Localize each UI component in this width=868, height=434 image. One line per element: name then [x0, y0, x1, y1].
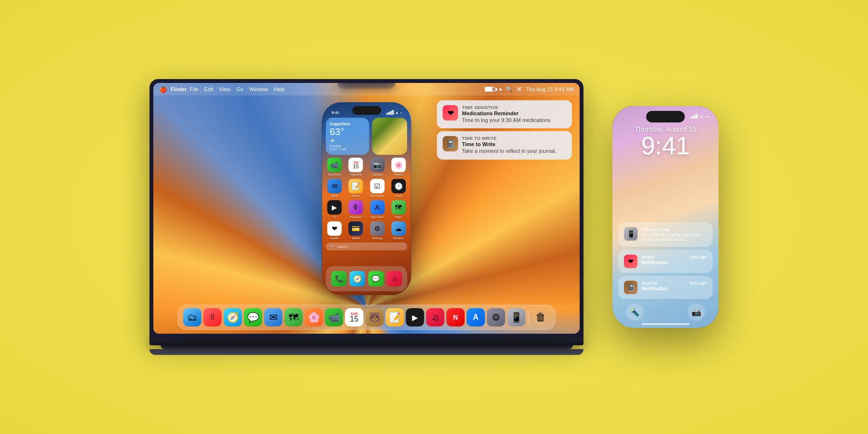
app-clock[interactable]: 🕐 Clock — [390, 179, 407, 197]
app-facetime[interactable]: 📹 FaceTime — [326, 158, 343, 176]
appstore-label: App Store — [371, 216, 384, 218]
app-maps[interactable]: 🗺 Maps — [390, 200, 407, 218]
iphone-home-screen: Cupertino 63° ☀ Sunday H:82° L:56° — [326, 118, 407, 266]
dock-safari[interactable]: 🧭 — [224, 308, 242, 326]
app-health[interactable]: ❤ Health — [326, 221, 343, 240]
appstore-icon: A — [370, 200, 384, 215]
journal-notif-body: Take a moment to reflect in your journal… — [462, 148, 566, 154]
iphone-standalone: ▲ ▪▪▪ Thursday, August 15 9:41 📱 — [612, 106, 719, 328]
journal-notif-icon: 📓 — [443, 136, 458, 151]
app-calendar[interactable]: THU 15 Calendar — [347, 158, 365, 176]
app-camera[interactable]: 📷 Camera — [368, 158, 386, 176]
ls-notif-journal[interactable]: 📓 Journal 41m ago Notification — [618, 276, 713, 299]
dock-messages[interactable]: 💬 — [244, 308, 262, 326]
messages-dock-icon: 💬 — [368, 271, 383, 286]
mail-icon: ✉ — [327, 179, 342, 193]
dock-trash[interactable]: 🗑 — [532, 308, 550, 326]
app-wallet[interactable]: 💳 Wallet — [347, 221, 365, 240]
app-settings[interactable]: ⚙ Settings — [368, 221, 386, 240]
ls-health-title: Notification — [641, 260, 707, 265]
camera-quick-icon[interactable]: 📷 — [688, 303, 705, 321]
app-photos[interactable]: 🌸 Photos — [390, 158, 407, 176]
ls-journal-content: Journal 41m ago Notification — [641, 281, 707, 291]
reminders-icon: ☑ — [370, 179, 384, 193]
dock-news[interactable]: N — [447, 308, 465, 326]
home-indicator — [641, 323, 690, 325]
menu-help[interactable]: Help — [274, 86, 285, 92]
dock-systemprefs[interactable]: ⚙ — [487, 308, 505, 326]
ls-iphone-use-app: iPhone in Use — [641, 227, 707, 232]
dock-music[interactable]: ♫ — [386, 271, 402, 286]
dock-appletv[interactable]: ▶ — [406, 308, 424, 326]
dock-bear[interactable]: 🐻 — [366, 308, 384, 326]
clock-label: Clock — [395, 194, 402, 197]
dock-music[interactable]: ♫ — [426, 308, 445, 326]
siri-icon[interactable]: ⌘ — [516, 86, 522, 93]
dock-mail[interactable]: ✉ — [264, 308, 283, 326]
menu-view[interactable]: View — [219, 86, 231, 92]
signal-icon — [386, 110, 393, 115]
menu-window[interactable]: Window — [249, 86, 268, 92]
dock-messages[interactable]: 💬 — [368, 271, 383, 286]
app-grid-3: ▶ TV 🎙 Podcasts A App S — [326, 200, 407, 218]
notes-label: Notes — [352, 194, 360, 197]
notes-icon: 📝 — [349, 179, 363, 193]
maps-icon: 🗺 — [391, 200, 406, 215]
dock-phone[interactable]: 📞 — [331, 271, 347, 286]
dock-safari[interactable]: 🧭 — [350, 271, 365, 286]
dock-facetime[interactable]: 📹 — [325, 308, 343, 326]
ls-journal-icon: 📓 — [624, 281, 637, 294]
dock-launchpad[interactable]: ⠿ — [203, 308, 222, 326]
mac-notif-health[interactable]: ❤ TIME SENSITIVE Medications Reminder Ti… — [437, 100, 572, 128]
menu-go[interactable]: Go — [236, 86, 244, 92]
weather-icon: ☁ — [391, 221, 406, 236]
ls-iphone-use-icon: 📱 — [624, 227, 637, 241]
app-appstore[interactable]: A App Store — [368, 200, 386, 218]
safari-dock-icon: 🧭 — [350, 271, 365, 286]
lockscreen-wallpaper: ▲ ▪▪▪ Thursday, August 15 9:41 📱 — [612, 106, 719, 328]
dock-photos[interactable]: 🌸 — [305, 308, 323, 326]
mac-notif-journal[interactable]: 📓 Time to Write Time to Write Take a mom… — [437, 131, 572, 159]
appletv-label: TV — [333, 216, 337, 218]
app-mail[interactable]: ✉ Mail — [326, 179, 343, 197]
macbook-display: 🍎 Finder File Edit View Go Window Help — [153, 83, 580, 334]
menu-edit[interactable]: Edit — [204, 86, 213, 92]
app-grid-4: ❤ Health 💳 Wallet ⚙ Set — [326, 221, 407, 240]
ls-journal-app: Journal 41m ago — [641, 281, 707, 285]
camera-icon: 📷 — [370, 158, 384, 172]
ls-notif-health[interactable]: ❤ Health 13m ago Notification — [618, 250, 713, 273]
dock-maps[interactable]: 🗺 — [285, 308, 303, 326]
camera-label: Camera — [372, 173, 382, 176]
ls-wifi: ▲ — [700, 114, 704, 119]
menu-file[interactable]: File — [190, 86, 199, 92]
dock-notes[interactable]: 📝 — [386, 308, 404, 326]
phone-dock-icon: 📞 — [331, 271, 347, 286]
dock-calendar[interactable]: AUG 15 — [345, 308, 364, 326]
dock-separator — [529, 310, 529, 325]
dock-iphone-mirroring[interactable]: 📱 — [507, 308, 526, 326]
dock-appstore[interactable]: A — [467, 308, 485, 326]
settings-label: Settings — [372, 237, 382, 240]
mac-menubar: 🍎 Finder File Edit View Go Window Help — [153, 83, 580, 95]
ls-notif-iphone-use[interactable]: 📱 iPhone in Use This iPhone is being use… — [618, 222, 713, 247]
app-notes[interactable]: 📝 Notes — [347, 179, 365, 197]
iphone-search-bar[interactable]: 🔍 Search — [326, 243, 407, 250]
macbook-base-bottom — [149, 349, 583, 355]
ls-signal — [691, 114, 698, 119]
flashlight-icon[interactable]: 🔦 — [626, 303, 643, 321]
status-icons: ▲ ▪ — [386, 110, 401, 115]
health-notif-content: TIME SENSITIVE Medications Reminder Time… — [462, 105, 566, 123]
iphone-in-mac-dock: 📞 🧭 💬 ♫ — [326, 266, 407, 291]
facetime-icon: 📹 — [327, 158, 342, 172]
dock-finder[interactable]: 🗂 — [183, 308, 202, 326]
app-weather[interactable]: ☁ Weather — [390, 221, 407, 240]
app-podcasts[interactable]: 🎙 Podcasts — [347, 200, 365, 218]
lockscreen-time: 9:41 — [612, 133, 719, 158]
iphone-lockscreen: ▲ ▪▪▪ Thursday, August 15 9:41 📱 — [612, 106, 719, 328]
health-notif-icon: ❤ — [443, 105, 458, 121]
photos-label: Photos — [394, 173, 403, 176]
app-reminders[interactable]: ☑ Reminders — [368, 179, 386, 197]
app-appletv[interactable]: ▶ TV — [326, 200, 343, 218]
ls-health-app: Health 13m ago — [641, 255, 707, 259]
search-icon[interactable]: 🔍 — [506, 86, 513, 93]
